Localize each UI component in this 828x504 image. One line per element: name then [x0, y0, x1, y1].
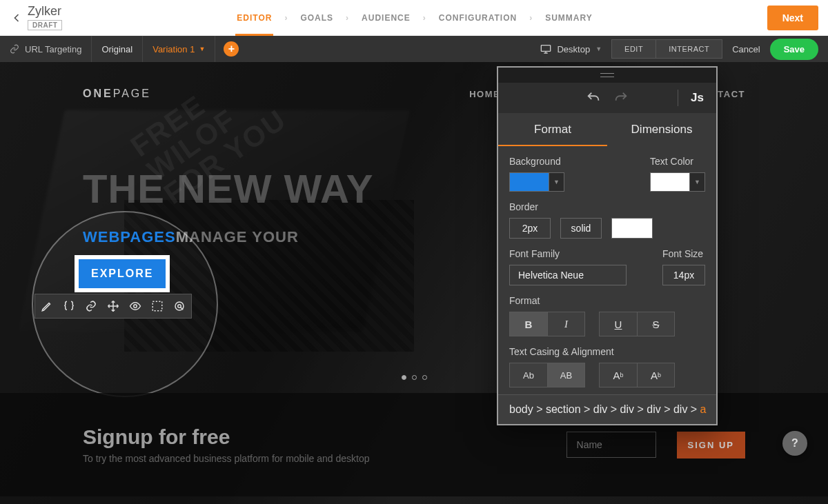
select-area-icon[interactable]	[151, 300, 164, 312]
project-name: Zylker	[28, 5, 62, 19]
chevron-right-icon: ›	[423, 13, 426, 23]
edit-icon[interactable]	[41, 300, 53, 312]
svg-rect-0	[542, 46, 551, 52]
step-configuration[interactable]: CONFIGURATION	[439, 13, 517, 23]
step-audience[interactable]: AUDIENCE	[362, 13, 411, 23]
next-button[interactable]: Next	[767, 6, 818, 30]
subscript-button[interactable]: Ab	[637, 363, 674, 387]
element-toolbar	[34, 294, 192, 319]
dot-2[interactable]	[412, 375, 417, 380]
mode-edit-button[interactable]: EDIT	[612, 40, 656, 58]
add-variation-button[interactable]: +	[224, 41, 239, 57]
variation-tabs: Original Variation 1 ▼	[92, 36, 215, 62]
text-color-swatch	[650, 172, 690, 192]
editor-subbar: URL Targeting Original Variation 1 ▼ + D…	[0, 36, 828, 62]
mode-toggle: EDIT INTERACT	[611, 39, 722, 59]
undo-icon[interactable]	[586, 90, 601, 105]
text-color-picker[interactable]: ▼	[650, 172, 705, 192]
chevron-right-icon: ›	[284, 13, 288, 23]
dom-breadcrumb[interactable]: body > section > div > div > div > div >…	[498, 394, 716, 424]
move-icon[interactable]	[107, 300, 119, 312]
underline-button[interactable]: U	[600, 312, 637, 336]
back-arrow-icon[interactable]	[10, 11, 23, 25]
help-button[interactable]: ?	[782, 431, 807, 456]
background-label: Background	[509, 156, 564, 167]
strikethrough-button[interactable]: S	[637, 312, 674, 336]
eye-icon[interactable]	[129, 300, 141, 312]
signup-title: Signup for free	[83, 425, 370, 449]
svg-rect-2	[152, 301, 162, 311]
chevron-right-icon: ›	[346, 13, 349, 23]
device-selector[interactable]: Desktop ▼	[531, 44, 611, 54]
dom-path-prefix: body > section > div > div > div > div >	[509, 403, 700, 415]
bold-button[interactable]: B	[510, 312, 547, 336]
grip-lines-icon	[600, 73, 614, 77]
redo-icon	[613, 90, 629, 105]
titlecase-button[interactable]: Ab	[510, 363, 547, 387]
border-color-swatch[interactable]	[611, 218, 653, 239]
link-icon[interactable]	[85, 300, 97, 312]
url-targeting-link[interactable]: URL Targeting	[0, 36, 92, 62]
panel-body: Background ▼ Text Color ▼ Border	[498, 146, 716, 394]
panel-drag-handle[interactable]	[498, 68, 716, 83]
format-label: Format	[509, 295, 705, 306]
italic-button[interactable]: I	[547, 312, 584, 336]
chevron-right-icon: ›	[529, 13, 533, 23]
site-logo[interactable]: ONEPAGE	[83, 88, 151, 100]
selected-element-frame: EXPLORE	[75, 255, 170, 292]
tab-original[interactable]: Original	[92, 36, 143, 62]
superscript-button[interactable]: Ab	[600, 363, 637, 387]
uppercase-button[interactable]: AB	[547, 363, 584, 387]
url-targeting-label: URL Targeting	[25, 44, 81, 54]
code-braces-icon[interactable]	[63, 300, 75, 312]
device-label: Desktop	[557, 44, 590, 54]
project-block: Zylker DRAFT	[28, 5, 62, 30]
border-style-input[interactable]	[560, 218, 602, 239]
caret-down-icon[interactable]: ▼	[549, 172, 564, 192]
cancel-link[interactable]: Cancel	[732, 44, 760, 54]
panel-tabs: Format Dimensions	[498, 113, 716, 146]
tab-variation-1[interactable]: Variation 1 ▼	[143, 36, 215, 62]
caret-down-icon: ▼	[595, 46, 602, 52]
dom-path-leaf: a	[700, 403, 707, 415]
border-label: Border	[509, 201, 705, 212]
step-goals[interactable]: GOALS	[300, 13, 333, 23]
caret-down-icon[interactable]: ▼	[690, 172, 705, 192]
wizard-steps: EDITOR › GOALS › AUDIENCE › CONFIGURATIO…	[62, 13, 767, 23]
border-width-input[interactable]	[509, 218, 551, 239]
project-status-badge: DRAFT	[28, 20, 62, 30]
top-bar: Zylker DRAFT EDITOR › GOALS › AUDIENCE ›…	[0, 0, 828, 36]
tab-dimensions[interactable]: Dimensions	[607, 113, 716, 146]
signup-subtitle: To try the most advanced business platfo…	[83, 453, 370, 464]
svg-point-1	[134, 305, 137, 308]
explore-button[interactable]: EXPLORE	[79, 259, 166, 288]
hero-headline: THE NEW WAY	[83, 165, 373, 212]
font-family-input[interactable]	[509, 265, 627, 285]
preview-stage: FREE WILOF FOR YOU ONEPAGE HOME ABOUT FE…	[0, 62, 828, 504]
text-color-label: Text Color	[650, 156, 705, 167]
mode-interact-button[interactable]: INTERACT	[656, 40, 722, 58]
properties-panel: Js Format Dimensions Background ▼ Text C…	[497, 66, 718, 425]
nav-home[interactable]: HOME	[469, 89, 500, 99]
casing-label: Text Casing & Alignment	[509, 346, 705, 357]
font-family-label: Font Family	[509, 248, 627, 259]
background-color-picker[interactable]: ▼	[509, 172, 564, 192]
font-size-input[interactable]	[662, 265, 705, 285]
link-icon	[10, 44, 19, 54]
font-size-label: Font Size	[662, 248, 705, 259]
panel-toolbar: Js	[498, 83, 716, 113]
desktop-icon	[540, 44, 551, 54]
dot-1[interactable]	[402, 375, 406, 380]
js-toggle[interactable]: Js	[678, 90, 704, 106]
tab-format[interactable]: Format	[498, 113, 607, 146]
click-tracking-icon[interactable]	[173, 300, 186, 312]
step-editor[interactable]: EDITOR	[237, 13, 272, 23]
step-summary[interactable]: SUMMARY	[545, 13, 593, 23]
caret-down-icon: ▼	[199, 46, 205, 52]
dot-3[interactable]	[422, 375, 427, 380]
background-swatch	[509, 172, 549, 192]
save-button[interactable]: Save	[770, 39, 818, 60]
signup-name-input[interactable]	[566, 432, 656, 458]
tab-variation-label: Variation 1	[152, 44, 195, 54]
signup-button[interactable]: SIGN UP	[677, 432, 745, 458]
